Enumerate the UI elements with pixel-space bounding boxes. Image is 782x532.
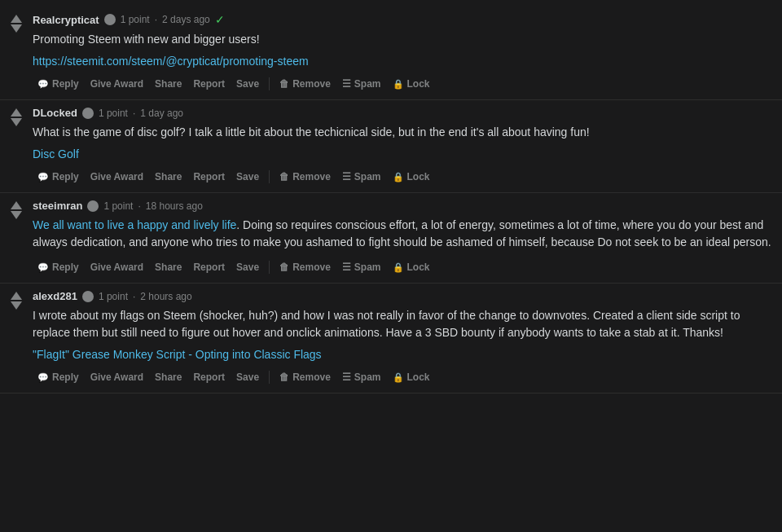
- remove-button-4[interactable]: Remove: [275, 367, 336, 386]
- username-1[interactable]: Realcrypticat: [33, 14, 99, 26]
- lock-button-4[interactable]: Lock: [388, 367, 435, 386]
- comment-body-2: DLocked 1 point · 1 day ago What is the …: [33, 107, 772, 186]
- spam-button-4[interactable]: Spam: [337, 367, 386, 386]
- checkmark-1: ✓: [215, 13, 225, 26]
- hamburger-icon-3: [342, 261, 351, 273]
- divider-4: [269, 371, 270, 384]
- downvote-button-2[interactable]: [11, 118, 22, 126]
- comment-4: alexd281 1 point · 2 hours ago I wrote a…: [0, 284, 782, 394]
- comment-body-3: steeimran 1 point · 18 hours ago We all …: [33, 200, 772, 276]
- share-button-4[interactable]: Share: [150, 368, 187, 386]
- reply-icon-2: [37, 170, 49, 182]
- upvote-button-1[interactable]: [11, 15, 22, 23]
- divider-2: [269, 170, 270, 183]
- user-flair-4: [82, 291, 94, 302]
- lock-button-3[interactable]: Lock: [388, 257, 435, 276]
- username-3[interactable]: steeimran: [33, 200, 82, 212]
- save-button-3[interactable]: Save: [231, 258, 264, 276]
- vote-column-3: [7, 200, 26, 276]
- trash-icon-2: [279, 170, 289, 182]
- give-award-button-3[interactable]: Give Award: [86, 258, 148, 276]
- spam-button-2[interactable]: Spam: [337, 167, 386, 186]
- vote-column-4: [7, 290, 26, 386]
- vote-column-1: [7, 13, 26, 93]
- comment-text-4: I wrote about my flags on Steem (shocker…: [33, 307, 772, 341]
- give-award-button-2[interactable]: Give Award: [86, 168, 148, 186]
- comment-body-4: alexd281 1 point · 2 hours ago I wrote a…: [33, 290, 772, 386]
- upvote-button-4[interactable]: [11, 292, 22, 300]
- points-1: 1 point: [121, 14, 150, 25]
- save-button-1[interactable]: Save: [231, 75, 264, 93]
- divider-3: [269, 261, 270, 274]
- remove-button-1[interactable]: Remove: [275, 74, 336, 93]
- action-bar-4: Reply Give Award Share Report Save Remov: [33, 367, 772, 386]
- report-button-4[interactable]: Report: [188, 368, 230, 386]
- comment-2: DLocked 1 point · 1 day ago What is the …: [0, 100, 782, 193]
- spam-button-1[interactable]: Spam: [337, 74, 386, 93]
- comment-header-1: Realcrypticat 1 point · 2 days ago ✓: [33, 13, 772, 26]
- comment-header-4: alexd281 1 point · 2 hours ago: [33, 290, 772, 302]
- reply-button-1[interactable]: Reply: [33, 74, 84, 93]
- time-4: 2 hours ago: [140, 291, 191, 302]
- comment-section: Realcrypticat 1 point · 2 days ago ✓ Pro…: [0, 0, 782, 400]
- comment-link-4[interactable]: "FlagIt" Grease Monkey Script - Opting i…: [33, 348, 772, 361]
- trash-icon-4: [279, 371, 289, 383]
- lock-icon-2: [393, 170, 404, 182]
- share-button-3[interactable]: Share: [150, 258, 187, 276]
- user-flair-1: [104, 14, 116, 25]
- user-flair-2: [82, 108, 94, 119]
- downvote-button-3[interactable]: [11, 211, 22, 219]
- downvote-button-4[interactable]: [11, 301, 22, 310]
- lock-button-1[interactable]: Lock: [388, 74, 435, 93]
- reply-button-3[interactable]: Reply: [33, 257, 84, 276]
- comment-link-1[interactable]: https://steemit.com/steem/@crypticat/pro…: [33, 55, 772, 68]
- give-award-button-1[interactable]: Give Award: [86, 75, 148, 93]
- comment-text-2: What is the game of disc golf? I talk a …: [33, 124, 772, 141]
- save-button-4[interactable]: Save: [231, 368, 264, 386]
- comment-header-3: steeimran 1 point · 18 hours ago: [33, 200, 772, 212]
- separator-2: ·: [133, 108, 135, 119]
- action-bar-2: Reply Give Award Share Report Save Remov: [33, 167, 772, 186]
- comment-3: steeimran 1 point · 18 hours ago We all …: [0, 193, 782, 284]
- points-2: 1 point: [99, 108, 128, 119]
- downvote-button-1[interactable]: [11, 24, 22, 33]
- give-award-button-4[interactable]: Give Award: [86, 368, 148, 386]
- lock-button-2[interactable]: Lock: [388, 167, 435, 186]
- trash-icon-1: [279, 77, 289, 90]
- reply-icon-1: [37, 77, 49, 90]
- comment-text-1: Promoting Steem with new and bigger user…: [33, 31, 772, 48]
- points-4: 1 point: [99, 291, 128, 302]
- comment-link-3[interactable]: We all want to live a happy and lively l…: [33, 218, 236, 231]
- hamburger-icon-2: [342, 170, 351, 182]
- separator-1: ·: [155, 14, 157, 25]
- user-flair-3: [87, 200, 99, 212]
- save-button-2[interactable]: Save: [231, 168, 264, 186]
- lock-icon-1: [393, 77, 404, 90]
- comment-text-3: We all want to live a happy and lively l…: [33, 217, 772, 251]
- remove-button-2[interactable]: Remove: [275, 167, 336, 186]
- remove-button-3[interactable]: Remove: [275, 257, 336, 276]
- upvote-button-2[interactable]: [11, 108, 22, 117]
- report-button-1[interactable]: Report: [188, 75, 230, 93]
- comment-header-2: DLocked 1 point · 1 day ago: [33, 107, 772, 119]
- share-button-2[interactable]: Share: [150, 168, 187, 186]
- hamburger-icon-1: [342, 77, 351, 90]
- report-button-3[interactable]: Report: [188, 258, 230, 276]
- report-button-2[interactable]: Report: [188, 168, 230, 186]
- lock-icon-4: [393, 371, 404, 383]
- upvote-button-3[interactable]: [11, 201, 22, 209]
- action-bar-3: Reply Give Award Share Report Save Remov: [33, 257, 772, 276]
- share-button-1[interactable]: Share: [150, 75, 187, 93]
- lock-icon-3: [393, 261, 404, 273]
- comment-link-2[interactable]: Disc Golf: [33, 147, 772, 160]
- username-2[interactable]: DLocked: [33, 107, 77, 119]
- vote-column-2: [7, 107, 26, 186]
- reply-button-4[interactable]: Reply: [33, 367, 84, 386]
- time-2: 1 day ago: [140, 108, 183, 119]
- spam-button-3[interactable]: Spam: [337, 257, 386, 276]
- time-1: 2 days ago: [162, 14, 210, 25]
- username-4[interactable]: alexd281: [33, 290, 77, 302]
- divider-1: [269, 77, 270, 90]
- comment-body-1: Realcrypticat 1 point · 2 days ago ✓ Pro…: [33, 13, 772, 93]
- reply-button-2[interactable]: Reply: [33, 167, 84, 186]
